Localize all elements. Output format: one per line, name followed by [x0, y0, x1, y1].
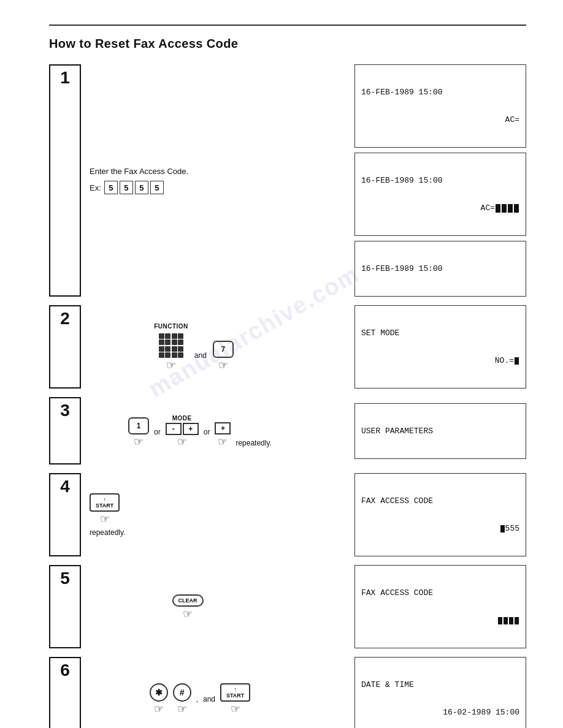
- step-2-func-label: FUNCTION: [154, 323, 188, 330]
- step-3-number: 3: [49, 397, 81, 464]
- step-5-lcd-1: FAX ACCESS CODE: [354, 565, 526, 648]
- step-2-number: 2: [49, 305, 81, 389]
- step-5-clear-label: CLEAR: [172, 594, 204, 607]
- step-4-lcd-1: FAX ACCESS CODE 555: [354, 473, 526, 556]
- step-3-displays: USER PARAMETERS: [354, 403, 526, 459]
- step-2-7-btn: 7 ☞: [213, 341, 234, 371]
- step-3-plus-only: +: [215, 422, 231, 434]
- step-6-start-label: ↑START: [220, 683, 250, 702]
- step-3: 3 1 ☞ or MODE - + ☞ or +: [49, 397, 526, 464]
- step-5-lcd-line2: [361, 616, 519, 625]
- step-6-displays: DATE & TIME 16-02-1989 15:00: [354, 657, 526, 728]
- step-5-content: CLEAR ☞: [90, 592, 286, 622]
- step-4-displays: FAX ACCESS CODE 555: [354, 473, 526, 556]
- step-1-key-1: 5: [104, 181, 118, 194]
- step-2-lcd-line1: SET MODE: [361, 328, 519, 338]
- step-3-mode-label: MODE: [166, 415, 199, 422]
- step-3-1-hand: ☞: [134, 436, 144, 447]
- step-6-comma: ,: [196, 695, 198, 715]
- step-1-lcd-2-line1: 16-FEB-1989 15:00: [361, 176, 519, 185]
- step-4-content: ↑START ☞ repeatedly.: [90, 491, 286, 539]
- step-3-plus-hand: ☞: [218, 436, 228, 447]
- step-5-b3: [509, 617, 513, 624]
- step-2-lcd-1: SET MODE NO.=: [354, 305, 526, 389]
- step-3-mode-btns: - +: [166, 423, 199, 435]
- step-3-plus-btn: +: [183, 423, 199, 435]
- step-1-instruction-line1: Enter the Fax Access Code.: [90, 167, 286, 176]
- block-4: [514, 204, 519, 213]
- step-2-kbd-grid: [159, 333, 184, 358]
- step-4-block: [500, 525, 505, 533]
- step-5-clear-hand: ☞: [183, 609, 193, 620]
- step-1-displays: 16-FEB-1989 15:00 AC= 16-FEB-1989 15:00 …: [354, 64, 526, 297]
- step-6-lcd-1: DATE & TIME 16-02-1989 15:00: [354, 657, 526, 728]
- step-4-lcd-line2: 555: [361, 524, 519, 533]
- step-6-asterisk-hand: ☞: [154, 703, 164, 715]
- step-5-b2: [504, 617, 508, 624]
- step-1-key-3: 5: [135, 181, 148, 194]
- step-3-1-label: 1: [128, 417, 149, 434]
- block-2: [502, 204, 507, 213]
- step-6-hash-label: #: [173, 683, 191, 702]
- step-4-lcd-line1: FAX ACCESS CODE: [361, 496, 519, 506]
- step-1-lcd-3-line1: 16-FEB-1989 15:00: [361, 264, 519, 273]
- step-3-minus-btn: -: [166, 423, 182, 435]
- step-1-ex-keys: Ex: 5 5 5 5: [90, 181, 286, 194]
- step-1-lcd-1: 16-FEB-1989 15:00 AC=: [354, 64, 526, 148]
- step-3-mode-area: MODE - + ☞: [166, 415, 199, 447]
- step-6-lcd-line2: 16-02-1989 15:00: [361, 708, 519, 717]
- block-1: [496, 204, 500, 213]
- step-6-hash-hand: ☞: [177, 703, 187, 715]
- step-2-func-hand: ☞: [166, 360, 176, 371]
- step-4-start-btn: ↑START ☞: [90, 493, 120, 525]
- step-3-or2-text: or: [204, 428, 210, 447]
- step-5-b4: [515, 617, 519, 624]
- step-4: 4 ↑START ☞ repeatedly. FAX ACCESS CODE 5…: [49, 473, 526, 556]
- step-2-displays: SET MODE NO.=: [354, 305, 526, 389]
- step-3-mode-hand: ☞: [166, 436, 199, 447]
- step-2-content: FUNCTION ☞ and 7 ☞: [90, 320, 298, 374]
- step-6-and-text: and: [203, 695, 215, 715]
- step-1: 1 Enter the Fax Access Code. Ex: 5 5 5 5…: [49, 64, 526, 297]
- step-3-1-btn: 1 ☞: [128, 417, 149, 447]
- step-2: 2 FUNCTION ☞ and: [49, 305, 526, 389]
- step-5-lcd-line1: FAX ACCESS CODE: [361, 588, 519, 597]
- step-3-plus-btn-icon: + ☞: [215, 422, 231, 447]
- step-1-lcd-2: 16-FEB-1989 15:00 AC=: [354, 153, 526, 236]
- step-2-cursor: [515, 357, 519, 365]
- step-2-func-btn: ☞: [154, 333, 188, 371]
- step-1-lcd-2-line2: AC=: [361, 203, 519, 213]
- step-5: 5 CLEAR ☞ FAX ACCESS CODE: [49, 565, 526, 648]
- step-6-start-btn: ↑START ☞: [220, 683, 250, 715]
- step-2-and-text: and: [194, 351, 207, 371]
- step-1-number: 1: [49, 64, 81, 297]
- step-2-func-area: FUNCTION ☞: [154, 323, 188, 371]
- step-2-lcd-line2: NO.=: [361, 356, 519, 365]
- steps-container: 1 Enter the Fax Access Code. Ex: 5 5 5 5…: [49, 64, 526, 728]
- top-divider: [49, 25, 526, 26]
- step-2-7-label: 7: [213, 341, 234, 358]
- step-6-content: ✱ ☞ # ☞ , and ↑START ☞: [90, 681, 310, 717]
- step-4-start-hand: ☞: [100, 514, 110, 525]
- step-3-content: 1 ☞ or MODE - + ☞ or + ☞ repeatedly: [90, 412, 310, 450]
- step-5-displays: FAX ACCESS CODE: [354, 565, 526, 648]
- step-4-number: 4: [49, 473, 81, 556]
- step-6-asterisk-btn: ✱ ☞: [150, 683, 168, 715]
- step-6-lcd-line1: DATE & TIME: [361, 680, 519, 689]
- step-5-b1: [498, 617, 502, 624]
- step-6-asterisk-label: ✱: [150, 683, 168, 702]
- step-1-ex-label: Ex:: [90, 183, 101, 192]
- step-4-start-label: ↑START: [90, 493, 120, 512]
- step-6-hash-btn: # ☞: [173, 683, 191, 715]
- step-1-key-2: 5: [120, 181, 133, 194]
- step-2-7-hand: ☞: [218, 360, 228, 371]
- step-1-content: Enter the Fax Access Code. Ex: 5 5 5 5: [90, 164, 286, 197]
- step-6-number: 6: [49, 657, 81, 728]
- step-3-repeatedly: repeatedly.: [236, 439, 271, 447]
- step-3-lcd-1: USER PARAMETERS: [354, 403, 526, 459]
- step-5-number: 5: [49, 565, 81, 648]
- step-6-start-hand: ☞: [231, 703, 240, 715]
- block-3: [508, 204, 513, 213]
- step-1-lcd-3: 16-FEB-1989 15:00: [354, 241, 526, 297]
- step-3-or1-text: or: [154, 428, 161, 447]
